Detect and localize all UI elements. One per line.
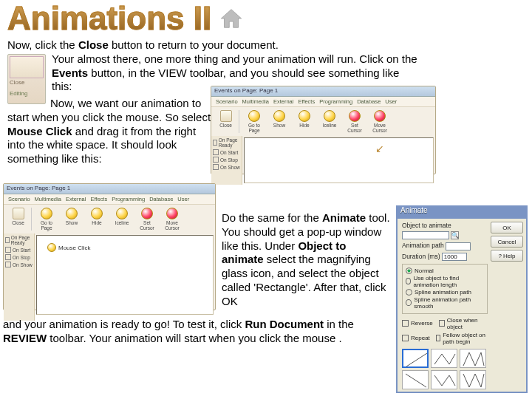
events-toolbar-row: Close Go to Page Show Hide Iceline Set C… [211,107,435,136]
check-repeat[interactable]: Repeat [402,332,430,345]
radio-use-object[interactable]: Use object to find animation length [406,275,484,288]
options-group: Normal Use object to find animation leng… [402,264,488,314]
duration-input[interactable]: 1000 [442,253,467,261]
path-thumb-5[interactable] [431,370,457,389]
help-button[interactable]: ?Help [491,250,523,262]
radio-spline[interactable]: Spline animation path [406,289,484,296]
toolbar-close-button[interactable]: Close [216,110,239,133]
object-to-animate-label: Object to animate [402,222,488,229]
move-cursor-icon: Move Cursor [369,110,390,133]
instruction-mouse-click: Now, we want our animation to start when… [7,97,214,166]
events-panel-screenshot-2: Events on Page: Page 1 ScenarioMultimedi… [3,183,216,310]
toolbox-thumbnail: Close Editing [7,54,46,104]
check-reverse[interactable]: Reverse [402,317,433,330]
events-panel-screenshot-1: Events on Page: Page 1 ScenarioMultimedi… [211,86,436,174]
ok-button[interactable]: OK [491,222,523,233]
animation-path-input[interactable] [446,242,471,250]
path-thumb-6[interactable] [460,370,486,389]
instruction-run-document: and your animation is ready to go! To te… [3,318,393,346]
object-to-animate-input[interactable] [402,231,449,239]
dragged-mouse-click-item: Mouse Click [47,243,91,252]
check-follow[interactable]: Fellow object on path begin [436,332,488,345]
radio-normal[interactable]: Normal [406,267,484,274]
instruction-animate-tool: Do the same for the Animate tool. You sh… [222,211,390,308]
iceline-icon: Iceline [319,110,340,133]
events-panel-tabs: ScenarioMultimedia ExternalEffects Progr… [211,97,435,107]
drag-arrow-icon: ↙ [375,143,384,154]
magnifier-icon[interactable]: 🔍 [451,231,459,239]
go-to-page-icon: Go to Page [244,110,265,133]
animate-dialog: Animate OK Cancel ?Help Object to animat… [396,205,528,393]
radio-spline-smooth[interactable]: Spline animation path smooth [406,296,484,310]
path-thumb-3[interactable] [460,349,486,368]
path-thumb-2[interactable] [431,349,457,368]
page-title: Animations II [7,0,211,37]
set-cursor-icon: Set Cursor [344,110,365,133]
home-icon [219,7,244,30]
cancel-button[interactable]: Cancel [491,236,523,248]
events-panel-header: Events on Page: Page 1 [211,86,435,97]
path-thumb-1[interactable] [402,349,429,368]
path-thumb-4[interactable] [402,370,429,389]
hide-icon: Hide [294,110,315,133]
path-thumbnails [402,349,488,389]
show-icon: Show [269,110,290,133]
events-side-list: On Page Ready On Start On Stop On Show [211,136,242,185]
dialog-title: Animate [400,206,428,214]
instruction-close: Now, click the Close button to return to… [7,38,525,52]
check-close[interactable]: Close when object [439,317,488,330]
